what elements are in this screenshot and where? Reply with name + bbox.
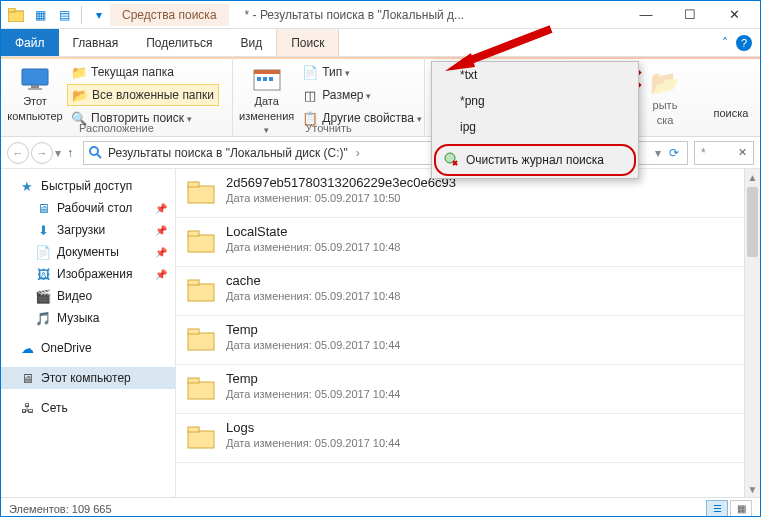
close-search-button[interactable]: поиска [708,65,754,134]
window-title: * - Результаты поиска в "Локальный д... [229,8,624,22]
svg-rect-25 [188,329,199,334]
pin-icon: 📌 [155,247,167,258]
ribbon-collapse-icon[interactable]: ˄ [722,36,728,50]
tab-share[interactable]: Поделиться [132,29,226,56]
open-location-button[interactable]: 📂 рыть ска [640,65,690,134]
result-row[interactable]: TempДата изменения: 05.09.2017 10:44 [176,316,744,365]
folder-icon [186,273,216,307]
file-modified: Дата изменения: 05.09.2017 10:44 [226,388,734,400]
sidebar-pictures[interactable]: 🖼 Изображения 📌 [1,263,175,285]
tab-view[interactable]: Вид [226,29,276,56]
result-row[interactable]: cacheДата изменения: 05.09.2017 10:48 [176,267,744,316]
open-label: рыть [653,99,678,112]
tab-file[interactable]: Файл [1,29,59,56]
folder-tree-icon: 📂 [72,87,88,103]
folder-open-icon: 📂 [649,69,681,97]
search-input[interactable]: * ✕ [694,141,754,165]
tab-search[interactable]: Поиск [276,29,339,56]
result-row[interactable]: LocalStateДата изменения: 05.09.2017 10:… [176,218,744,267]
svg-rect-7 [257,77,261,81]
file-modified: Дата изменения: 05.09.2017 10:48 [226,290,734,302]
this-pc-label: Этот компьютер [41,371,131,385]
monitor-icon [19,65,51,93]
svg-rect-23 [188,280,199,285]
type-button[interactable]: 📄 Тип [298,61,425,83]
tab-home[interactable]: Главная [59,29,133,56]
pictures-label: Изображения [57,267,132,281]
sidebar-videos[interactable]: 🎬 Видео [1,285,175,307]
svg-rect-24 [188,333,214,350]
nav-history-button[interactable]: ▾ [55,146,61,160]
music-label: Музыка [57,311,99,325]
quick-access-label: Быстрый доступ [41,179,132,193]
size-label: Размер [322,88,371,102]
pin-icon: 📌 [155,203,167,214]
current-folder-button[interactable]: 📁 Текущая папка [67,61,219,83]
search-clear-icon[interactable]: ✕ [738,146,747,159]
scroll-up-icon[interactable]: ▲ [745,169,760,185]
qat-customize-icon[interactable]: ▾ [88,4,110,26]
svg-rect-1 [8,8,15,12]
nav-forward-button[interactable]: → [31,142,53,164]
close-search-l2: поиска [714,107,749,120]
minimize-button[interactable]: — [624,1,668,29]
nav-up-button[interactable]: ↑ [63,146,77,160]
file-name: Temp [226,322,734,337]
scroll-down-icon[interactable]: ▼ [745,481,760,497]
vertical-scrollbar[interactable]: ▲ ▼ [744,169,760,497]
svg-rect-22 [188,284,214,301]
svg-rect-26 [188,382,214,399]
sidebar-onedrive[interactable]: ☁ OneDrive [1,337,175,359]
documents-icon: 📄 [35,244,51,260]
qat-properties-icon[interactable]: ▦ [29,4,51,26]
result-row[interactable]: TempДата изменения: 05.09.2017 10:44 [176,365,744,414]
refresh-icon[interactable]: ⟳ [665,146,683,160]
svg-rect-27 [188,378,199,383]
all-subfolders-button[interactable]: 📂 Все вложенные папки [67,84,219,106]
sidebar-downloads[interactable]: ⬇ Загрузки 📌 [1,219,175,241]
recent-item-0[interactable]: *txt [432,62,638,88]
scroll-thumb[interactable] [747,187,758,257]
folder-icon [186,322,216,356]
folder-icon: 📁 [71,64,87,80]
onedrive-label: OneDrive [41,341,92,355]
sidebar-quick-access[interactable]: ★ Быстрый доступ [1,175,175,197]
recent-item-1[interactable]: *png [432,88,638,114]
svg-rect-19 [188,182,199,187]
svg-rect-28 [188,431,214,448]
clear-search-history[interactable]: Очистить журнал поиска [434,144,636,176]
svg-rect-2 [22,69,48,85]
size-button[interactable]: ◫ Размер [298,84,425,106]
result-row[interactable]: LogsДата изменения: 05.09.2017 10:44 [176,414,744,463]
close-button[interactable]: ✕ [712,1,756,29]
file-modified: Дата изменения: 05.09.2017 10:48 [226,241,734,253]
sidebar-network[interactable]: 🖧 Сеть [1,397,175,419]
pin-icon: 📌 [155,225,167,236]
videos-icon: 🎬 [35,288,51,304]
file-name: LocalState [226,224,734,239]
nav-back-button[interactable]: ← [7,142,29,164]
calendar-icon [251,65,283,93]
svg-rect-4 [28,88,42,90]
sidebar-desktop[interactable]: 🖥 Рабочий стол 📌 [1,197,175,219]
search-text: * [701,146,706,160]
help-icon[interactable]: ? [736,35,752,51]
network-icon: 🖧 [19,400,35,416]
maximize-button[interactable]: ☐ [668,1,712,29]
view-details-button[interactable]: ☰ [706,500,728,518]
addr-dropdown-icon[interactable]: ▾ [655,146,661,160]
svg-rect-0 [8,11,24,22]
desktop-icon: 🖥 [35,200,51,216]
qat-newfolder-icon[interactable]: ▤ [53,4,75,26]
breadcrumb[interactable]: Результаты поиска в "Локальный диск (C:)… [108,146,360,160]
file-name: Temp [226,371,734,386]
view-icons-button[interactable]: ▦ [730,500,752,518]
sidebar-documents[interactable]: 📄 Документы 📌 [1,241,175,263]
file-name: cache [226,273,734,288]
svg-rect-29 [188,427,199,432]
this-pc-label-1: Этот [23,95,47,108]
folder-icon [186,420,216,454]
sidebar-music[interactable]: 🎵 Музыка [1,307,175,329]
recent-item-2[interactable]: ipg [432,114,638,140]
sidebar-this-pc[interactable]: 🖥 Этот компьютер [1,367,175,389]
